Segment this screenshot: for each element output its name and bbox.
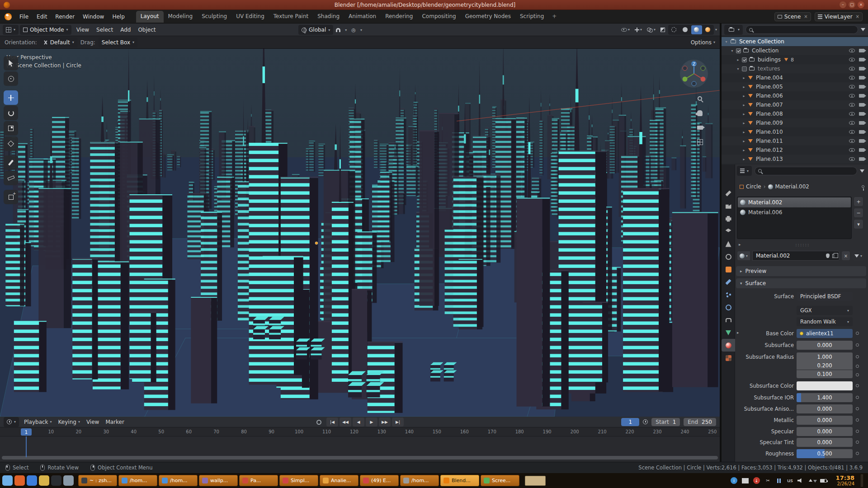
minimize-button[interactable]: – [840, 1, 846, 8]
unlink-scene-icon[interactable]: × [804, 14, 807, 19]
properties-tab-render[interactable] [722, 200, 735, 212]
workspace-tab-uv-editing[interactable]: UV Editing [231, 11, 269, 23]
outliner-row-scene-collection[interactable]: ▾Scene Collection [722, 37, 868, 46]
taskbar-window-blend[interactable]: Blend... [440, 475, 479, 486]
start-frame-field[interactable]: Start 1 [651, 418, 680, 426]
jump-to-start-button[interactable]: |◀ [326, 418, 338, 427]
animate-dot[interactable] [856, 365, 859, 368]
workspace-tab-scripting[interactable]: Scripting [515, 11, 548, 23]
network-tray-icon[interactable] [809, 478, 816, 483]
properties-tab-particles[interactable] [722, 288, 735, 301]
current-frame-field[interactable]: 1 [621, 418, 639, 426]
eye-toggle-icon[interactable] [849, 49, 855, 52]
expander-icon[interactable]: ▸ [741, 130, 747, 134]
collection-checkbox[interactable] [742, 57, 747, 62]
shading-options-caret[interactable]: ▾ [715, 28, 717, 32]
jump-to-end-button[interactable]: ▶| [392, 418, 404, 427]
tool-add-cube[interactable] [4, 190, 18, 204]
expander-icon[interactable]: ▸ [741, 139, 747, 143]
camera-toggle-icon[interactable] [859, 112, 864, 116]
collection-checkbox[interactable] [736, 48, 741, 53]
properties-tab-modifiers[interactable] [722, 276, 735, 288]
screenshot-tray-icon[interactable]: ✂ [764, 477, 771, 484]
3d-viewport[interactable]: User Perspective (1) Scene Collection | … [0, 49, 720, 417]
animate-dot[interactable] [856, 332, 859, 335]
outliner-row-collection[interactable]: ▾Collection [722, 46, 868, 55]
field-ggx[interactable]: GGX▾ [797, 306, 853, 315]
preview-range-clock-icon[interactable] [643, 419, 648, 424]
animate-dot[interactable] [856, 343, 859, 347]
orientation-default-dropdown[interactable]: Default ▾ [40, 38, 77, 47]
options-dropdown[interactable]: Options ▾ [691, 39, 715, 46]
outliner-row-plane-013[interactable]: ▸Plane.013 [722, 155, 868, 164]
play-button[interactable]: ▶ [366, 418, 377, 427]
workspace-tab-shading[interactable]: Shading [313, 11, 344, 23]
outliner-row-plane-012[interactable]: ▸Plane.012 [722, 145, 868, 155]
timeline-menu-marker[interactable]: Marker [102, 419, 127, 425]
viewport-menu-view[interactable]: View [73, 23, 93, 36]
expander-icon[interactable]: ▾ [723, 40, 729, 44]
properties-tab-output[interactable] [722, 212, 735, 225]
taskbar-window-simpl[interactable]: Simpl... [279, 475, 318, 486]
tool-rotate[interactable] [4, 106, 18, 120]
workspace-pager[interactable] [525, 476, 546, 486]
close-button[interactable]: × [858, 1, 864, 8]
outliner-row-textures[interactable]: ▾textures [722, 64, 868, 73]
field-metallic[interactable]: 0.000 [797, 416, 853, 425]
prev-keyframe-button[interactable]: ◀◀ [340, 418, 351, 427]
field-subsurface-ior[interactable]: 1.400 [797, 393, 853, 402]
camera-view-button[interactable] [695, 123, 704, 132]
snap-toggle[interactable] [334, 25, 342, 35]
field-specular-tint[interactable]: 0.000 [797, 438, 853, 447]
updates-tray-icon[interactable]: ↓ [753, 477, 760, 484]
proportional-dropdown[interactable]: ▾ [359, 25, 364, 35]
animate-dot[interactable] [856, 396, 859, 399]
properties-tab-world[interactable] [722, 250, 735, 263]
outliner-row-plane-010[interactable]: ▸Plane.010 [722, 127, 868, 136]
eye-toggle-icon[interactable] [849, 67, 855, 70]
field-surface[interactable]: Principled BSDF [797, 292, 853, 301]
web-browser-icon[interactable] [14, 475, 25, 486]
blender-logo-icon[interactable] [5, 13, 12, 20]
maximize-button[interactable]: ▢ [849, 1, 855, 8]
outliner-search-input[interactable] [745, 25, 858, 34]
taskbar-window-hom[interactable]: /hom... [118, 475, 157, 486]
eye-toggle-icon[interactable] [849, 157, 855, 161]
file-manager-icon[interactable] [39, 475, 49, 486]
toggle-xray-button[interactable] [659, 25, 667, 35]
media-pause-tray-icon[interactable] [776, 477, 783, 484]
remove-viewlayer-icon[interactable]: × [856, 14, 859, 19]
keyboard-layout-indicator[interactable]: us [787, 478, 793, 483]
viewlayer-selector[interactable]: ViewLayer × [815, 12, 863, 21]
eye-toggle-icon[interactable] [849, 148, 855, 152]
transform-orientation-dropdown[interactable]: Global ▾ [298, 25, 333, 35]
camera-toggle-icon[interactable] [859, 85, 864, 89]
workspace-tab-sculpting[interactable]: Sculpting [197, 11, 231, 23]
eye-toggle-icon[interactable] [849, 130, 855, 134]
animate-dot[interactable] [856, 384, 859, 387]
outliner-row-plane-008[interactable]: ▸Plane.008 [722, 109, 868, 118]
camera-toggle-icon[interactable] [859, 130, 864, 134]
tool-annotate[interactable] [4, 155, 18, 170]
menu-window[interactable]: Window [79, 10, 108, 23]
eye-toggle-icon[interactable] [849, 103, 855, 107]
viewport-menu-select[interactable]: Select [93, 23, 117, 36]
outliner-editor-type-dropdown[interactable]: ▾ [724, 25, 743, 35]
eye-toggle-icon[interactable] [849, 112, 855, 116]
snap-dropdown[interactable]: ▾ [343, 25, 349, 35]
notifications-tray-icon[interactable]: i [731, 477, 737, 484]
eye-toggle-icon[interactable] [849, 76, 855, 80]
navigation-gizmo[interactable]: Z [679, 59, 709, 89]
animate-dot[interactable] [856, 452, 859, 455]
tool-cursor[interactable] [4, 71, 18, 86]
eye-toggle-icon[interactable] [849, 85, 855, 89]
workspace-tab-compositing[interactable]: Compositing [417, 11, 460, 23]
eye-toggle-icon[interactable] [849, 139, 855, 143]
properties-tab-scene[interactable] [722, 238, 735, 250]
properties-tab-object-data[interactable] [722, 326, 735, 339]
menu-file[interactable]: File [15, 10, 33, 23]
menu-edit[interactable]: Edit [33, 10, 51, 23]
scrollbar-thumb[interactable] [2, 456, 718, 460]
mode-dropdown[interactable]: Object Mode ▾ [20, 25, 71, 35]
rendered-shading-button[interactable] [703, 25, 713, 34]
